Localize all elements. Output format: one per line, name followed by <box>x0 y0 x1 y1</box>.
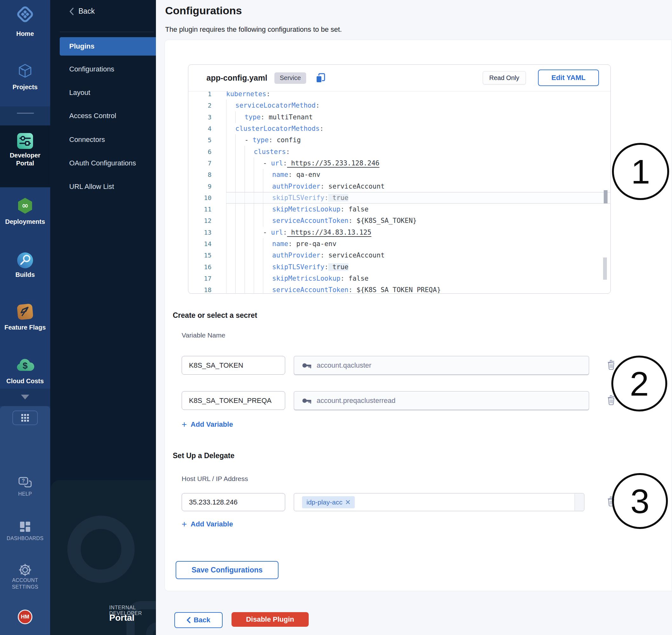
yaml-line-4: 4clusterLocatorMethods: <box>189 123 610 134</box>
indent-guide <box>226 249 235 261</box>
yaml-line-11: 11skipMetricsLookup: false <box>189 203 610 215</box>
rail-item-cloud-costs[interactable]: $ <box>0 357 50 372</box>
delegate-tag-chip[interactable]: idp-play-acc <box>302 496 355 508</box>
rail-item-feature-flags[interactable] <box>0 303 50 321</box>
help-icon: ? <box>0 476 50 489</box>
harness-logo-icon <box>0 5 50 23</box>
line-number: 12 <box>189 217 212 224</box>
code-scrollbar-thumb-secondary[interactable] <box>603 258 607 280</box>
variable-name-input[interactable] <box>182 391 285 410</box>
user-avatar[interactable]: HM <box>18 610 32 624</box>
indent-guide <box>226 238 235 249</box>
yaml-line-5: 5- type: config <box>189 134 610 146</box>
indent-guide <box>254 238 263 249</box>
back-button[interactable]: Back <box>174 612 223 628</box>
yaml-value: serviceAccount <box>324 251 385 259</box>
rail-item-developer-portal[interactable] <box>0 132 50 150</box>
indent-guide <box>244 261 254 272</box>
sidebar-item-plugins[interactable]: Plugins <box>60 37 156 56</box>
rail-item-deployments[interactable]: ∞ <box>0 197 50 215</box>
rail-item-projects[interactable] <box>0 62 50 79</box>
sidebar-back-button[interactable]: Back <box>69 7 95 16</box>
svg-text:?: ? <box>22 478 25 484</box>
delegate-section-heading: Set Up a Delegate <box>173 452 234 460</box>
yaml-line-9: 9authProvider: serviceAccount <box>189 180 610 192</box>
host-url-column-label: Host URL / IP Address <box>182 475 248 483</box>
indent-guide <box>254 192 263 203</box>
variable-name-input[interactable] <box>182 356 285 375</box>
indent-guide <box>226 157 235 169</box>
yaml-line-3: 3type: multiTenant <box>189 111 610 123</box>
sidebar-item-oauth-configurations[interactable]: OAuth Configurations <box>50 154 156 172</box>
copy-yaml-button[interactable] <box>315 73 326 84</box>
delegate-tag-label: idp-play-acc <box>306 499 342 506</box>
sidebar-item-layout[interactable]: Layout <box>50 84 156 102</box>
secret-section-heading: Create or select a secret <box>173 311 257 320</box>
yaml-key: name <box>272 171 288 178</box>
sidebar-item-configurations[interactable]: Configurations <box>50 60 156 79</box>
line-number: 11 <box>189 205 212 213</box>
close-icon[interactable] <box>346 500 350 504</box>
edit-yaml-button[interactable]: Edit YAML <box>538 69 599 86</box>
rail-item-builds[interactable] <box>0 251 50 269</box>
indent-guide <box>235 146 244 157</box>
yaml-value: pre-qa-env <box>292 240 336 248</box>
indent-guide <box>226 227 235 238</box>
sidebar-item-access-control[interactable]: Access Control <box>50 107 156 125</box>
indent-guide <box>235 203 244 215</box>
builds-icon <box>0 251 50 269</box>
module-grid-button[interactable] <box>13 411 38 425</box>
code-scrollbar-thumb[interactable] <box>604 190 608 203</box>
key-icon <box>302 361 311 370</box>
secret-select-field[interactable]: account.preqaclusterread <box>294 391 589 410</box>
feature-flags-icon <box>0 303 50 321</box>
line-number: 17 <box>189 275 212 282</box>
rail-item-help[interactable]: ? <box>0 476 50 489</box>
add-variable-link-delegate[interactable]: + Add Variable <box>182 520 233 528</box>
yaml-value: true <box>328 263 348 271</box>
yaml-value[interactable]: https://34.83.13.125 <box>287 228 372 236</box>
yaml-value: config <box>273 136 301 144</box>
sidebar-footer-title: Portal <box>109 613 134 623</box>
yaml-code-viewport[interactable]: 1kubernetes:2serviceLocatorMethod:3type:… <box>189 91 610 293</box>
yaml-key: serviceAccountToken <box>272 286 348 293</box>
plus-icon: + <box>182 521 187 528</box>
add-variable-label: Add Variable <box>191 520 233 528</box>
secret-value: account.preqaclusterread <box>317 397 395 405</box>
read-only-button[interactable]: Read Only <box>483 71 526 85</box>
indent-guide <box>263 273 272 284</box>
indent-guide <box>235 227 244 238</box>
secret-select-field[interactable]: account.qacluster <box>294 356 589 375</box>
host-url-input[interactable] <box>182 493 285 511</box>
yaml-value[interactable]: https://35.233.128.246 <box>287 159 380 167</box>
add-variable-link-secrets[interactable]: + Add Variable <box>182 420 233 429</box>
rail-item-account-settings[interactable] <box>0 563 50 577</box>
line-number: 5 <box>189 136 212 144</box>
yaml-line-1: 1kubernetes: <box>189 91 610 100</box>
delegate-tags-field[interactable]: idp-play-acc <box>294 493 584 511</box>
indent-guide <box>226 284 235 293</box>
yaml-key: name <box>272 240 288 248</box>
save-configurations-button[interactable]: Save Configurations <box>176 561 279 579</box>
rail-item-dashboards[interactable] <box>0 520 50 533</box>
chevron-down-icon[interactable] <box>21 395 29 399</box>
indent-guide <box>254 273 263 284</box>
rail-item-label: HELP <box>0 490 50 498</box>
yaml-key: clusterLocatorMethods <box>235 125 320 132</box>
sidebar-divider <box>60 32 154 32</box>
svg-text:$: $ <box>23 361 28 371</box>
sidebar-item-connectors[interactable]: Connectors <box>50 131 156 149</box>
yaml-line-16: 16skipTLSVerify: true <box>189 261 610 272</box>
plugin-sidebar: Back PluginsConfigurationsLayoutAccess C… <box>50 0 156 635</box>
indent-guide <box>254 169 263 180</box>
disable-plugin-button[interactable]: Disable Plugin <box>232 612 309 627</box>
line-number: 4 <box>189 125 212 132</box>
sidebar-item-url-allow-list[interactable]: URL Allow List <box>50 177 156 196</box>
deployments-icon: ∞ <box>0 197 50 215</box>
yaml-line-13: 13- url: https://34.83.13.125 <box>189 227 610 238</box>
annotation-circle-1: 1 <box>612 143 669 200</box>
rail-item-label: Deployments <box>0 218 50 226</box>
delegate-host-row: idp-play-acc <box>182 493 672 512</box>
yaml-value: true <box>328 194 348 202</box>
rail-item-home[interactable] <box>0 5 50 23</box>
